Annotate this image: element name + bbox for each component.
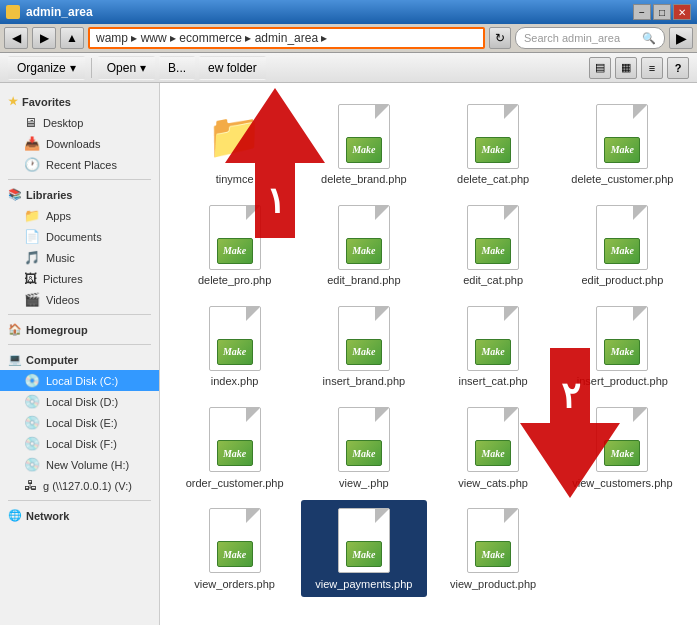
volume-h-label: New Volume (H:) <box>46 459 129 471</box>
file-item[interactable]: Make delete_customer.php <box>560 95 685 192</box>
sidebar-section-favorites: ★ Favorites 🖥 Desktop 📥 Downloads 🕐 Rece… <box>0 91 159 175</box>
file-item[interactable]: Make view_cats.php <box>431 399 556 496</box>
view-details-button[interactable]: ≡ <box>641 57 663 79</box>
sidebar-item-network-v[interactable]: 🖧 g (\\127.0.0.1) (V:) <box>0 475 159 496</box>
content-area: ۱ ۲ 📁 tinymce Make delete <box>160 83 697 625</box>
sidebar-header-homegroup[interactable]: 🏠 Homegroup <box>0 319 159 340</box>
file-icon-13: Make <box>334 405 394 475</box>
open-button[interactable]: Open ▾ <box>98 56 155 80</box>
file-item[interactable]: Make index.php <box>172 297 297 394</box>
back-button[interactable]: ◀ <box>4 27 28 49</box>
view-small-button[interactable]: ▤ <box>589 57 611 79</box>
sidebar-item-videos[interactable]: 🎬 Videos <box>0 289 159 310</box>
sidebar-section-computer: 💻 Computer 💿 Local Disk (C:) 💿 Local Dis… <box>0 349 159 496</box>
sidebar-item-local-f[interactable]: 💿 Local Disk (F:) <box>0 433 159 454</box>
apps-icon: 📁 <box>24 208 40 223</box>
file-icon-12: Make <box>205 405 265 475</box>
file-label-3: delete_customer.php <box>571 173 673 186</box>
sidebar-header-computer[interactable]: 💻 Computer <box>0 349 159 370</box>
file-item[interactable]: 📁 tinymce <box>172 95 297 192</box>
file-item[interactable]: Make insert_brand.php <box>301 297 426 394</box>
file-item[interactable]: Make view_product.php <box>431 500 556 597</box>
file-icon-14: Make <box>463 405 523 475</box>
file-item[interactable]: Make delete_cat.php <box>431 95 556 192</box>
computer-label: Computer <box>26 354 78 366</box>
sidebar-item-apps[interactable]: 📁 Apps <box>0 205 159 226</box>
local-e-label: Local Disk (E:) <box>46 417 118 429</box>
file-item[interactable]: Make delete_brand.php <box>301 95 426 192</box>
title-bar: admin_area − □ ✕ <box>0 0 697 24</box>
documents-label: Documents <box>46 231 102 243</box>
local-c-label: Local Disk (C:) <box>46 375 118 387</box>
search-placeholder: Search admin_area <box>524 32 620 44</box>
file-label-18: view_product.php <box>450 578 536 591</box>
go-button[interactable]: ▶ <box>669 27 693 49</box>
file-item[interactable]: Make insert_product.php <box>560 297 685 394</box>
sidebar-item-pictures[interactable]: 🖼 Pictures <box>0 268 159 289</box>
file-item[interactable]: Make view_.php <box>301 399 426 496</box>
star-icon: ★ <box>8 95 18 108</box>
maximize-button[interactable]: □ <box>653 4 671 20</box>
file-item[interactable]: Make view_payments.php <box>301 500 426 597</box>
sidebar-item-recent-places[interactable]: 🕐 Recent Places <box>0 154 159 175</box>
file-item[interactable]: Make view_orders.php <box>172 500 297 597</box>
new-folder-button[interactable]: ew folder <box>199 56 266 80</box>
file-item[interactable]: Make edit_cat.php <box>431 196 556 293</box>
libraries-icon: 📚 <box>8 188 22 201</box>
pictures-icon: 🖼 <box>24 271 37 286</box>
sidebar-item-local-c[interactable]: 💿 Local Disk (C:) <box>0 370 159 391</box>
file-item[interactable]: Make edit_product.php <box>560 196 685 293</box>
sidebar: ★ Favorites 🖥 Desktop 📥 Downloads 🕐 Rece… <box>0 83 160 625</box>
search-box[interactable]: Search admin_area 🔍 <box>515 27 665 49</box>
file-label-2: delete_cat.php <box>457 173 529 186</box>
disk-d-icon: 💿 <box>24 394 40 409</box>
sidebar-item-desktop[interactable]: 🖥 Desktop <box>0 112 159 133</box>
sidebar-item-volume-h[interactable]: 💿 New Volume (H:) <box>0 454 159 475</box>
divider-3 <box>8 344 151 345</box>
sidebar-item-downloads[interactable]: 📥 Downloads <box>0 133 159 154</box>
sidebar-header-favorites[interactable]: ★ Favorites <box>0 91 159 112</box>
sidebar-item-local-e[interactable]: 💿 Local Disk (E:) <box>0 412 159 433</box>
up-button[interactable]: ▲ <box>60 27 84 49</box>
sidebar-item-local-d[interactable]: 💿 Local Disk (D:) <box>0 391 159 412</box>
file-label-14: view_cats.php <box>458 477 528 490</box>
network-v-label: g (\\127.0.0.1) (V:) <box>43 480 132 492</box>
homegroup-label: Homegroup <box>26 324 88 336</box>
recent-places-label: Recent Places <box>46 159 117 171</box>
videos-label: Videos <box>46 294 79 306</box>
volume-h-icon: 💿 <box>24 457 40 472</box>
file-label-11: insert_product.php <box>577 375 668 388</box>
file-icon-4: Make <box>205 202 265 272</box>
file-item[interactable]: Make view_customers.php <box>560 399 685 496</box>
refresh-button[interactable]: ↻ <box>489 27 511 49</box>
desktop-icon: 🖥 <box>24 115 37 130</box>
close-button[interactable]: ✕ <box>673 4 691 20</box>
sidebar-section-network: 🌐 Network <box>0 505 159 526</box>
title-bar-buttons[interactable]: − □ ✕ <box>633 4 691 20</box>
sidebar-item-documents[interactable]: 📄 Documents <box>0 226 159 247</box>
file-icon-1: Make <box>334 101 394 171</box>
file-item[interactable]: Make order_customer.php <box>172 399 297 496</box>
forward-button[interactable]: ▶ <box>32 27 56 49</box>
file-label-0: tinymce <box>216 173 254 186</box>
file-item[interactable]: Make edit_brand.php <box>301 196 426 293</box>
file-label-8: index.php <box>211 375 259 388</box>
search-icon: 🔍 <box>642 32 656 45</box>
music-label: Music <box>46 252 75 264</box>
sidebar-header-libraries[interactable]: 📚 Libraries <box>0 184 159 205</box>
toolbar-right: ▤ ▦ ≡ ? <box>589 57 689 79</box>
file-icon-3: Make <box>592 101 652 171</box>
organize-button[interactable]: Organize ▾ <box>8 56 85 80</box>
sidebar-item-music[interactable]: 🎵 Music <box>0 247 159 268</box>
sidebar-header-network[interactable]: 🌐 Network <box>0 505 159 526</box>
minimize-button[interactable]: − <box>633 4 651 20</box>
file-item[interactable]: Make delete_pro.php <box>172 196 297 293</box>
file-item[interactable]: Make insert_cat.php <box>431 297 556 394</box>
homegroup-icon: 🏠 <box>8 323 22 336</box>
address-path[interactable]: wamp ▸ www ▸ ecommerce ▸ admin_area ▸ <box>88 27 485 49</box>
file-label-17: view_payments.php <box>315 578 412 591</box>
help-button[interactable]: ? <box>667 57 689 79</box>
burn-button[interactable]: B... <box>159 56 195 80</box>
divider-2 <box>8 314 151 315</box>
view-large-button[interactable]: ▦ <box>615 57 637 79</box>
